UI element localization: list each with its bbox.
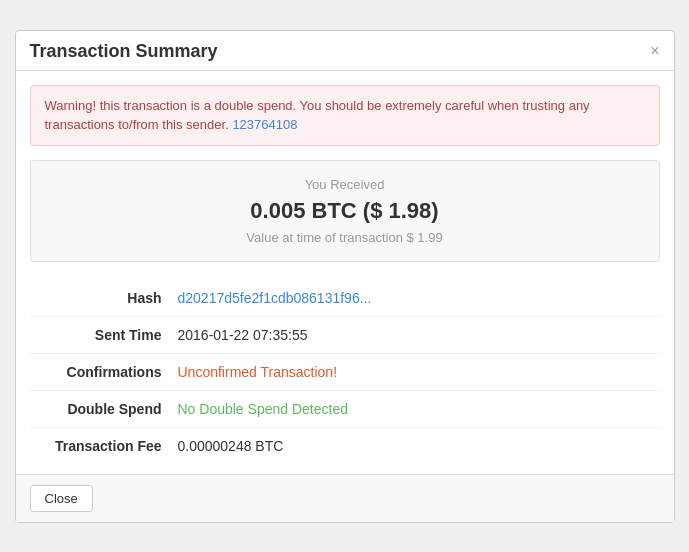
details-table: Hashd20217d5fe2f1cdb086131f96...Sent Tim… (30, 280, 660, 464)
warning-box: Warning! this transaction is a double sp… (30, 85, 660, 146)
detail-label: Sent Time (30, 316, 170, 353)
dialog-header: Transaction Summary × (16, 31, 674, 71)
detail-label: Confirmations (30, 353, 170, 390)
dialog-body: Warning! this transaction is a double sp… (16, 71, 674, 474)
detail-value: Unconfirmed Transaction! (170, 353, 660, 390)
dialog-footer: Close (16, 474, 674, 522)
warning-text: Warning! this transaction is a double sp… (45, 98, 590, 133)
close-x-button[interactable]: × (650, 43, 659, 59)
dialog-title: Transaction Summary (30, 41, 218, 62)
detail-label: Transaction Fee (30, 427, 170, 464)
detail-value: d20217d5fe2f1cdb086131f96... (170, 280, 660, 317)
detail-value: No Double Spend Detected (170, 390, 660, 427)
received-label: You Received (47, 177, 643, 192)
warning-link[interactable]: 123764108 (232, 117, 297, 132)
table-row: Transaction Fee0.00000248 BTC (30, 427, 660, 464)
table-row: Double SpendNo Double Spend Detected (30, 390, 660, 427)
transaction-summary-dialog: Transaction Summary × Warning! this tran… (15, 30, 675, 523)
close-button[interactable]: Close (30, 485, 93, 512)
table-row: ConfirmationsUnconfirmed Transaction! (30, 353, 660, 390)
hash-link[interactable]: d20217d5fe2f1cdb086131f96... (178, 290, 372, 306)
detail-label: Hash (30, 280, 170, 317)
detail-value: 0.00000248 BTC (170, 427, 660, 464)
detail-value: 2016-01-22 07:35:55 (170, 316, 660, 353)
table-row: Hashd20217d5fe2f1cdb086131f96... (30, 280, 660, 317)
received-value: Value at time of transaction $ 1.99 (47, 230, 643, 245)
detail-label: Double Spend (30, 390, 170, 427)
received-amount: 0.005 BTC ($ 1.98) (47, 198, 643, 224)
received-box: You Received 0.005 BTC ($ 1.98) Value at… (30, 160, 660, 262)
table-row: Sent Time2016-01-22 07:35:55 (30, 316, 660, 353)
